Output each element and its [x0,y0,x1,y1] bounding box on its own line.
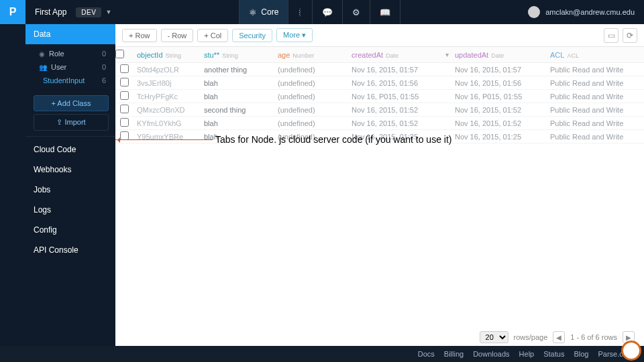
col-createdat[interactable]: createdAtDate [347,51,443,59]
footer-help[interactable]: Help [519,350,535,358]
book-icon: 📖 [380,7,390,17]
sidebar-class-studentinput[interactable]: StudentInput 6 [25,74,115,87]
tab-analytics[interactable]: ⧙ [288,0,312,24]
sidebar-class-role[interactable]: ◉Role 0 [25,47,115,60]
tab-push[interactable]: 💬 [313,0,342,24]
sidebar-config[interactable]: Config [25,220,115,240]
table-row[interactable]: TcHryPFgKcblah(undefined)Nov 16, P015, 0… [115,90,644,103]
chevron-down-icon[interactable]: ▼ [105,9,111,15]
cell-acl: Public Read and Write [546,106,644,114]
tab-core-label: Core [261,7,278,17]
cell-stuff: second thing [200,106,274,114]
table-row[interactable]: KYfmL0YkhGblah(undefined)Nov 16, 2015, 0… [115,117,644,130]
footer-blog[interactable]: Blog [574,350,588,358]
table-row[interactable]: QMxzcOBnXDsecond thing(undefined)Nov 16,… [115,103,644,117]
refresh-button[interactable]: ⟳ [623,28,637,43]
cell-age: (undefined) [274,66,347,74]
pager: 20 rows/page ◀ 1 - 6 of 6 rows ▶ [480,331,635,343]
footer-status[interactable]: Status [543,350,564,358]
cell-acl: Public Read and Write [546,66,644,74]
cell-age: (undefined) [274,93,347,101]
cell-age: (undefined) [274,79,347,87]
table-row[interactable]: S0td4pzOLRanother thing(undefined)Nov 16… [115,63,644,76]
rows-per-page-select[interactable]: 20 [480,331,508,343]
sidebar-cloud-code[interactable]: Cloud Code [25,139,115,160]
col-objectid[interactable]: objectIdString [133,51,200,59]
sidebar-class-user[interactable]: 👥User 0 [25,60,115,74]
avatar [528,6,540,18]
row-checkbox[interactable] [120,105,129,113]
cell-objectid: 3vsJErI80j [133,79,200,87]
cell-createdat: Nov 16, 2015, 01:52 [347,119,443,127]
sidebar-api-console[interactable]: API Console [25,240,115,260]
chat-icon: 💬 [322,7,333,17]
col-stuff[interactable]: stu**String [200,51,274,59]
corner-badge [621,341,641,361]
footer-docs[interactable]: Docs [418,350,435,358]
top-bar: P First App DEV ▼ ⚛ Core ⧙ 💬 ⚙ 📖 amclakn… [0,0,644,24]
tab-docs[interactable]: 📖 [370,0,400,24]
annotation-text: Tabs for Node. js cloud server code (if … [215,134,452,145]
sidebar-webhooks[interactable]: Webhooks [25,160,115,180]
cell-objectid: TcHryPFgKc [133,93,200,101]
prev-page-button[interactable]: ◀ [553,331,565,343]
cell-objectid: KYfmL0YkhG [133,119,200,127]
add-row-button[interactable]: + Row [122,29,157,42]
cell-createdat: Nov 16, P015, 01:55 [347,93,443,101]
footer-downloads[interactable]: Downloads [473,350,509,358]
delete-row-button[interactable]: - Row [161,29,194,42]
footer: Docs Billing Downloads Help Status Blog … [0,346,644,362]
col-age[interactable]: ageNumber [274,51,347,59]
more-button[interactable]: More ▾ [276,28,313,42]
sidebar-jobs[interactable]: Jobs [25,180,115,200]
annotation: Tabs for Node. js cloud server code (if … [115,134,644,145]
sidebar: Data ◉Role 0 👥User 0 StudentInput 6 + Ad… [0,24,115,346]
col-acl[interactable]: ACLACL [546,51,644,59]
tab-core[interactable]: ⚛ Core [239,0,288,24]
class-list: ◉Role 0 👥User 0 StudentInput 6 [25,44,115,90]
cell-age: (undefined) [274,119,347,127]
add-class-button[interactable]: + Add Class [34,95,109,111]
cell-createdat: Nov 16, 2015, 01:52 [347,106,443,114]
table-row[interactable]: 3vsJErI80jblah(undefined)Nov 16, 2015, 0… [115,76,644,90]
cell-updatedat: Nov 16, 2015, 01:56 [451,79,546,87]
cell-age: (undefined) [274,106,347,114]
add-col-button[interactable]: + Col [197,29,228,42]
select-all-checkbox[interactable] [115,50,124,58]
main-panel: + Row - Row + Col Security More ▾ ▭ ⟳ ob… [115,24,644,346]
save-filter-button[interactable]: ▭ [604,28,619,43]
row-checkbox[interactable] [120,118,129,127]
tab-settings[interactable]: ⚙ [343,0,370,24]
cell-acl: Public Read and Write [546,93,644,101]
security-button[interactable]: Security [232,29,272,42]
cell-stuff: blah [200,119,274,127]
row-checkbox[interactable] [120,91,129,100]
user-email: amclakn@andrew.cmu.edu [545,8,635,16]
cell-updatedat: Nov 16, P015, 01:55 [451,93,546,101]
app-name[interactable]: First App [25,7,76,17]
cell-createdat: Nov 16, 2015, 01:57 [347,66,443,74]
cell-stuff: blah [200,79,274,87]
rows-per-page-label: rows/page [514,333,548,341]
cell-objectid: S0td4pzOLR [133,66,200,74]
col-updatedat[interactable]: updatedAtDate [451,51,546,59]
footer-billing[interactable]: Billing [444,350,464,358]
cell-objectid: QMxzcOBnXD [133,106,200,114]
cell-acl: Public Read and Write [546,119,644,127]
sort-chevron-icon[interactable]: ▾ [443,51,451,58]
env-badge[interactable]: DEV [76,7,101,17]
page-range: 1 - 6 of 6 rows [570,333,617,341]
row-checkbox[interactable] [120,78,129,86]
sidebar-logs[interactable]: Logs [25,200,115,220]
toolbar: + Row - Row + Col Security More ▾ ▭ ⟳ [115,24,644,47]
cell-updatedat: Nov 16, 2015, 01:52 [451,106,546,114]
role-icon: ◉ [39,50,45,58]
parse-logo[interactable]: P [0,0,25,24]
cell-updatedat: Nov 16, 2015, 01:52 [451,119,546,127]
user-menu[interactable]: amclakn@andrew.cmu.edu [519,6,644,18]
cell-stuff: another thing [200,66,274,74]
import-button[interactable]: ⇪ Import [34,114,109,131]
row-checkbox[interactable] [120,64,129,73]
sidebar-data[interactable]: Data [25,24,115,44]
arrow-icon [115,139,213,140]
